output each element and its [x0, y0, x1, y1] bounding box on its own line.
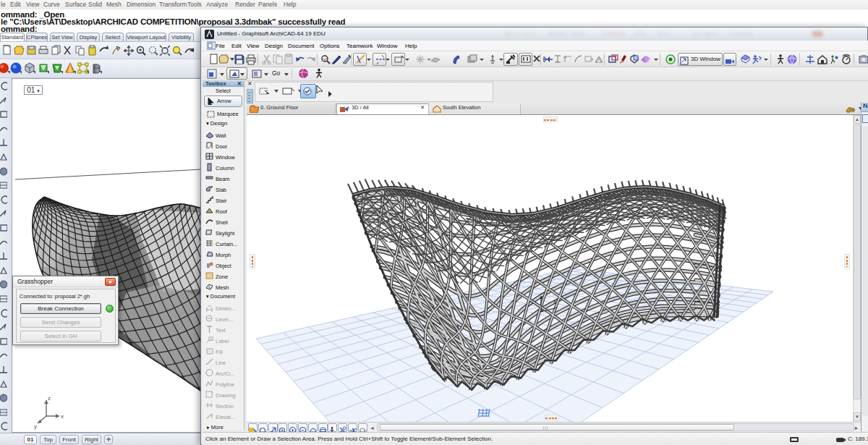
svg-text:x: x [553, 298, 556, 305]
svg-text:4: 4 [347, 106, 349, 110]
svg-text:y: y [34, 423, 37, 430]
svg-text:x: x [61, 413, 64, 420]
svg-text:z: z [48, 395, 51, 402]
